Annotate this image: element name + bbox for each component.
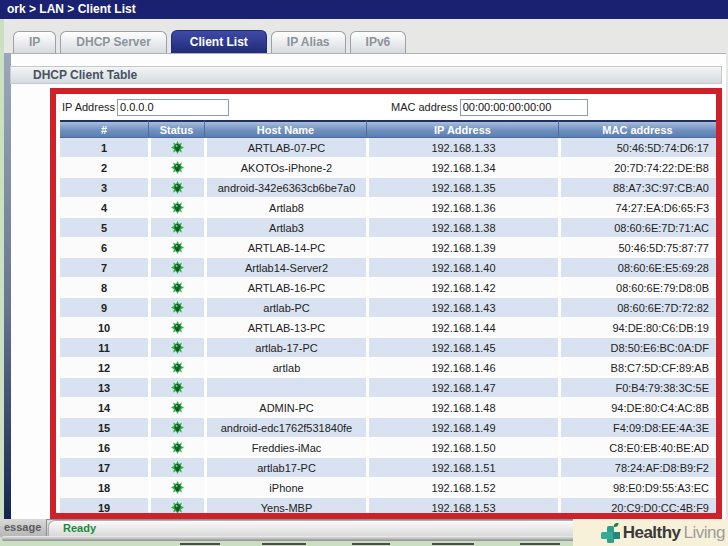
background-page-mark [180, 543, 220, 545]
client-mac: F4:09:D8:EE:4A:3E [558, 418, 716, 438]
table-row: 5 Artlab3 192.168.1.38 08:60:6E:7D:71:AC [60, 218, 716, 238]
client-hostname: artlab-PC [204, 298, 366, 318]
client-hostname: android-edc1762f531840fe [204, 418, 366, 438]
status-on-icon [171, 201, 184, 214]
client-number: 15 [60, 418, 148, 438]
panel-gradient-edge [4, 53, 11, 519]
client-mac: 88:A7:3C:97:CB:A0 [558, 178, 716, 198]
client-status-cell [148, 218, 204, 238]
client-hostname: ARTLAB-13-PC [204, 318, 366, 338]
tab-ip[interactable]: IP [13, 31, 56, 53]
client-mac: 98:E0:D9:55:A3:EC [558, 478, 716, 498]
client-number: 1 [60, 138, 148, 158]
client-number: 9 [60, 298, 148, 318]
client-ip: 192.168.1.46 [366, 358, 558, 378]
background-page-mark [352, 543, 390, 545]
scroll-shadow-bar [2, 536, 588, 541]
client-number: 8 [60, 278, 148, 298]
client-hostname: ARTLAB-16-PC [204, 278, 366, 298]
highlight-red-box: IP Address MAC address # Status Host Nam… [50, 88, 722, 519]
table-row: 8 ARTLAB-16-PC 192.168.1.42 08:60:6E:79:… [60, 278, 716, 298]
client-mac: 94:DE:80:C4:AC:8B [558, 398, 716, 418]
status-on-icon [171, 501, 184, 514]
client-number: 11 [60, 338, 148, 358]
status-on-icon [171, 221, 184, 234]
client-hostname: ARTLAB-07-PC [204, 138, 366, 158]
table-row: 4 Artlab8 192.168.1.36 74:27:EA:D6:65:F3 [60, 198, 716, 218]
client-hostname [204, 378, 366, 398]
status-on-icon [171, 341, 184, 354]
client-hostname: artlab [204, 358, 366, 378]
tab-ipv6[interactable]: IPv6 [350, 31, 407, 53]
client-ip: 192.168.1.42 [366, 278, 558, 298]
client-ip: 192.168.1.35 [366, 178, 558, 198]
col-header-ip: IP Address [366, 120, 558, 138]
dhcp-client-table: # Status Host Name IP Address MAC addres… [60, 120, 716, 518]
client-ip: 192.168.1.45 [366, 338, 558, 358]
filter-row: IP Address MAC address [56, 94, 716, 117]
client-number: 12 [60, 358, 148, 378]
message-tab[interactable]: essage [0, 519, 47, 537]
client-hostname: artlab-17-PC [204, 338, 366, 358]
table-row: 13 192.168.1.47 F0:B4:79:38:3C:5E [60, 378, 716, 398]
client-number: 17 [60, 458, 148, 478]
status-on-icon [171, 441, 184, 454]
client-ip: 192.168.1.52 [366, 478, 558, 498]
client-mac: 94:DE:80:C6:DB:19 [558, 318, 716, 338]
table-header-row: # Status Host Name IP Address MAC addres… [60, 120, 716, 138]
client-hostname: Artlab3 [204, 218, 366, 238]
table-row: 9 artlab-PC 192.168.1.43 08:60:6E:7D:72:… [60, 298, 716, 318]
client-mac: B8:C7:5D:CF:89:AB [558, 358, 716, 378]
table-row: 16 Freddies-iMac 192.168.1.50 C8:E0:EB:4… [60, 438, 716, 458]
tab-client-list[interactable]: Client List [171, 30, 267, 54]
client-number: 6 [60, 238, 148, 258]
client-mac: 50:46:5D:74:D6:17 [558, 138, 716, 158]
client-number: 3 [60, 178, 148, 198]
table-row: 17 artlab17-PC 192.168.1.51 78:24:AF:D8:… [60, 458, 716, 478]
status-on-icon [171, 161, 184, 174]
client-ip: 192.168.1.34 [366, 158, 558, 178]
client-number: 5 [60, 218, 148, 238]
table-row: 18 iPhone 192.168.1.52 98:E0:D9:55:A3:EC [60, 478, 716, 498]
breadcrumb: ork > LAN > Client List [0, 0, 728, 19]
client-ip: 192.168.1.47 [366, 378, 558, 398]
client-hostname: Freddies-iMac [204, 438, 366, 458]
client-ip: 192.168.1.39 [366, 238, 558, 258]
tab-dhcp-server[interactable]: DHCP Server [60, 31, 166, 53]
health-plus-icon [600, 522, 621, 544]
ip-filter-label: IP Address [62, 101, 115, 113]
client-mac: 20:C9:D0:CC:4B:F9 [558, 498, 716, 518]
client-status-cell [148, 458, 204, 478]
client-status-cell [148, 198, 204, 218]
tab-ip-alias[interactable]: IP Alias [271, 31, 346, 53]
client-mac: 08:60:6E:7D:71:AC [558, 218, 716, 238]
router-admin-screen: ork > LAN > Client List IP DHCP Server C… [0, 0, 728, 546]
client-number: 16 [60, 438, 148, 458]
client-mac: 78:24:AF:D8:B9:F2 [558, 458, 716, 478]
client-hostname: Artlab14-Server2 [204, 258, 366, 278]
status-on-icon [171, 321, 184, 334]
client-number: 4 [60, 198, 148, 218]
client-mac: 08:60:6E:7D:72:82 [558, 298, 716, 318]
client-number: 14 [60, 398, 148, 418]
client-number: 13 [60, 378, 148, 398]
client-number: 2 [60, 158, 148, 178]
ip-filter-input[interactable] [117, 99, 229, 116]
tab-bar: IP DHCP Server Client List IP Alias IPv6 [13, 31, 406, 54]
client-ip: 192.168.1.49 [366, 418, 558, 438]
status-on-icon [171, 301, 184, 314]
client-mac: D8:50:E6:BC:0A:DF [558, 338, 716, 358]
client-number: 10 [60, 318, 148, 338]
status-on-icon [171, 401, 184, 414]
client-hostname: Artlab8 [204, 198, 366, 218]
client-mac: 08:60:6E:79:D8:0B [558, 278, 716, 298]
table-row: 7 Artlab14-Server2 192.168.1.40 08:60:6E… [60, 258, 716, 278]
client-mac: C8:E0:EB:40:BE:AD [558, 438, 716, 458]
table-row: 19 Yens-MBP 192.168.1.53 20:C9:D0:CC:4B:… [60, 498, 716, 518]
client-status-cell [148, 298, 204, 318]
mac-filter-input[interactable] [460, 99, 588, 116]
table-row: 15 android-edc1762f531840fe 192.168.1.49… [60, 418, 716, 438]
client-status-cell [148, 478, 204, 498]
table-row: 10 ARTLAB-13-PC 192.168.1.44 94:DE:80:C6… [60, 318, 716, 338]
status-on-icon [171, 181, 184, 194]
